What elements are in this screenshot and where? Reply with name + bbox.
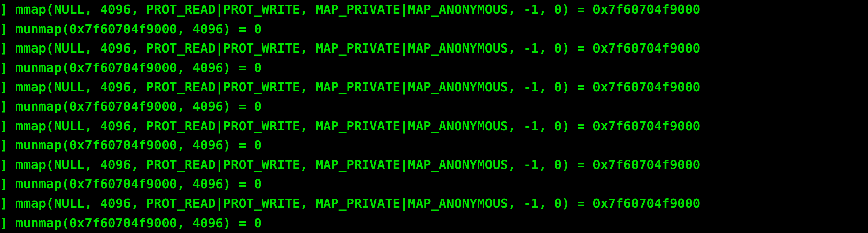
- strace-line: ] munmap(0x7f60704f9000, 4096) = 0: [0, 58, 868, 78]
- strace-line: ] mmap(NULL, 4096, PROT_READ|PROT_WRITE,…: [0, 194, 868, 213]
- strace-line: ] mmap(NULL, 4096, PROT_READ|PROT_WRITE,…: [0, 117, 868, 136]
- terminal-output: ] mmap(NULL, 4096, PROT_READ|PROT_WRITE,…: [0, 0, 868, 233]
- strace-line: ] mmap(NULL, 4096, PROT_READ|PROT_WRITE,…: [0, 0, 868, 20]
- strace-line: ] munmap(0x7f60704f9000, 4096) = 0: [0, 174, 868, 194]
- strace-line: ] munmap(0x7f60704f9000, 4096) = 0: [0, 20, 868, 39]
- strace-line: ] munmap(0x7f60704f9000, 4096) = 0: [0, 136, 868, 155]
- strace-line: ] munmap(0x7f60704f9000, 4096) = 0: [0, 213, 868, 233]
- strace-line: ] mmap(NULL, 4096, PROT_READ|PROT_WRITE,…: [0, 39, 868, 58]
- strace-line: ] munmap(0x7f60704f9000, 4096) = 0: [0, 97, 868, 117]
- strace-line: ] mmap(NULL, 4096, PROT_READ|PROT_WRITE,…: [0, 78, 868, 97]
- strace-line: ] mmap(NULL, 4096, PROT_READ|PROT_WRITE,…: [0, 155, 868, 175]
